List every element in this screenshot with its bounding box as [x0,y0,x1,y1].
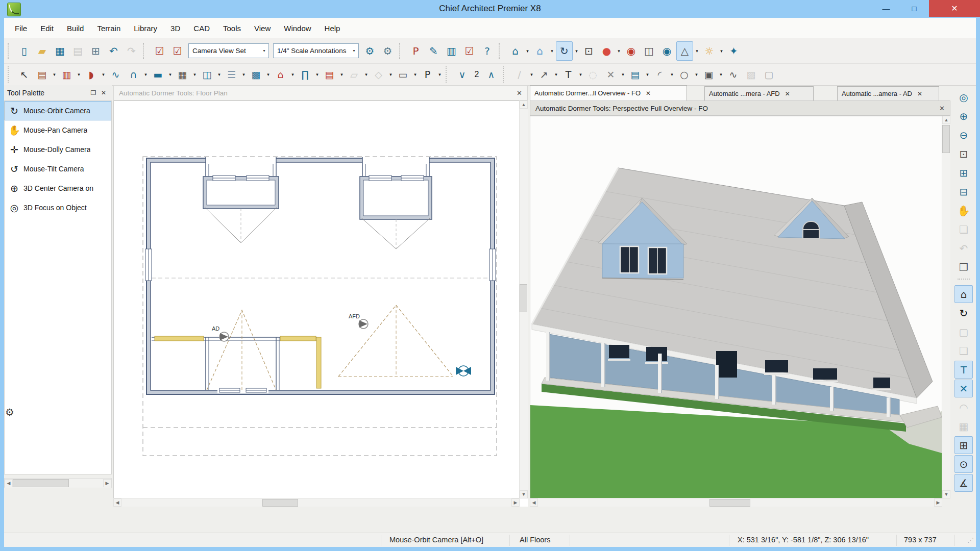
toolbar-lock-icon[interactable]: ☑ [169,41,186,61]
scrollbar-thumb[interactable] [520,284,527,312]
roof-tool-icon[interactable]: ⌂ [272,66,289,84]
float-panel-icon[interactable]: ❐ [88,89,99,96]
electrical-panel-icon[interactable]: ▩ [248,66,264,84]
railing-tool-icon[interactable]: ▥ [58,66,75,84]
redo-icon[interactable]: ↷ [123,41,140,61]
dropdown-arrow-icon[interactable]: ▾ [289,66,296,83]
zoom-icon[interactable]: ◎ [954,88,973,106]
grid-snaps-icon[interactable]: ⊞ [954,436,973,454]
dropdown-arrow-icon[interactable]: ▾ [240,66,247,83]
view-hscrollbar[interactable]: ◀ ▶ [530,498,942,507]
undo-icon[interactable]: ↶ [105,41,122,61]
dropdown-arrow-icon[interactable]: ▾ [412,66,419,83]
scrollbar-thumb[interactable] [709,499,750,507]
outlet-tool-icon[interactable]: ◫ [199,66,215,84]
palette-close-icon[interactable]: ✕ [99,89,109,96]
adjust-lights-icon[interactable]: ✦ [725,41,742,61]
menu-tools[interactable]: Tools [216,18,248,38]
dropdown-arrow-icon[interactable]: ▾ [694,42,700,60]
camera-view-set-select[interactable]: Camera View Set▾ [188,43,269,58]
dollhouse-view-icon[interactable]: ⌂ [531,41,548,61]
scroll-down-icon[interactable]: ▼ [942,490,950,498]
dropdown-arrow-icon[interactable]: ▾ [338,66,345,83]
project-browser-icon[interactable]: ▥ [443,41,460,61]
maximize-button[interactable]: □ [902,0,926,17]
wall-tool-icon[interactable]: ▤ [34,66,51,84]
view-vscrollbar[interactable]: ▲ ▼ [942,116,950,498]
layers-icon[interactable]: ❏ [954,220,973,238]
circle-tool-icon[interactable]: ○ [676,66,693,84]
menu-terrain[interactable]: Terrain [90,18,127,38]
tab-close-icon[interactable]: ✕ [646,90,651,97]
help-icon[interactable]: ? [479,41,496,61]
scroll-right-icon[interactable]: ▶ [511,498,520,507]
tab-1[interactable]: Automatic Dormer...ll Overview - FO✕ [530,85,687,101]
open-plan-icon[interactable]: ▰ [34,41,51,61]
dropdown-arrow-icon[interactable]: ▾ [100,66,107,83]
record-walkthrough-icon[interactable]: ● [598,41,615,61]
menu-help[interactable]: Help [318,18,347,38]
palette-item-mouse-pan-camera[interactable]: ✋Mouse-Pan Camera [5,120,111,140]
dropdown-arrow-icon[interactable]: ▾ [573,42,580,60]
fill-window-building-icon[interactable]: ⊟ [954,183,973,201]
dropdown-arrow-icon[interactable]: ▾ [669,66,675,83]
menu-edit[interactable]: Edit [34,18,60,38]
dropdown-arrow-icon[interactable]: ▾ [616,42,622,60]
grid-display-icon[interactable]: ▦ [954,417,973,435]
blank-sheet-icon[interactable]: ▢ [954,323,973,341]
menu-cad[interactable]: CAD [187,18,216,38]
scroll-left-icon[interactable]: ◀ [5,479,13,487]
plan-hscrollbar[interactable]: ◀ ▶ [113,498,520,507]
zoom-in-icon[interactable]: ⊕ [954,107,973,125]
menu-file[interactable]: File [8,18,34,38]
palette-item-mouse-dolly-camera[interactable]: ✛Mouse-Dolly Camera [5,140,111,159]
active-defaults-icon[interactable]: ⚙ [361,41,378,61]
dropdown-arrow-icon[interactable]: ▾ [620,66,626,83]
minimize-button[interactable]: — [874,0,898,17]
sketch-tool-icon[interactable]: ◌ [584,66,601,84]
framing-overview-icon[interactable]: ▨ [743,66,760,84]
dropdown-arrow-icon[interactable]: ▾ [528,66,535,83]
temp-dimensions-icon[interactable]: T [954,361,973,379]
fill-window-icon[interactable]: ⊞ [954,164,973,182]
exterior-camera-icon[interactable]: ⌂ [507,41,524,61]
dropdown-arrow-icon[interactable]: ▾ [314,66,321,83]
dropdown-arrow-icon[interactable]: ▾ [76,66,82,83]
dropdown-arrow-icon[interactable]: ▾ [216,66,223,83]
road-tool-icon[interactable]: P [419,66,436,84]
pan-window-icon[interactable]: ✋ [954,202,973,219]
menu-library[interactable]: Library [127,18,164,38]
scroll-left-icon[interactable]: ◀ [113,498,121,507]
plan-materials-icon[interactable]: P [407,41,424,61]
new-plan-icon[interactable]: ▯ [16,41,33,61]
dimension-tool-icon[interactable]: ↗ [535,66,552,84]
palette-hscrollbar[interactable]: ◀ ▶ [4,478,112,488]
select-arrow-icon[interactable]: ↖ [16,66,33,84]
scale-annotations-select[interactable]: 1/4" Scale Annotations▾ [273,43,359,58]
dropdown-arrow-icon[interactable]: ▾ [524,42,531,60]
tab-close-icon[interactable]: ✕ [917,90,922,97]
floor-down-icon[interactable]: ∨ [454,66,471,84]
wall-break-icon[interactable]: ∿ [107,66,124,84]
perspective-close-icon[interactable]: ✕ [939,105,945,112]
scrollbar-thumb[interactable] [262,499,298,507]
plan-vscrollbar[interactable]: ▲ ▼ [519,101,528,498]
scroll-right-icon[interactable]: ▶ [103,479,111,487]
schedule-tool-icon[interactable]: ▤ [627,66,644,84]
dropdown-arrow-icon[interactable]: ▾ [693,66,700,83]
menu-window[interactable]: Window [277,18,317,38]
dropdown-arrow-icon[interactable]: ▾ [387,66,394,83]
perspective-frame-icon[interactable]: ⊡ [580,41,597,61]
dropdown-arrow-icon[interactable]: ▾ [549,42,555,60]
menu-view[interactable]: View [248,18,277,38]
dropdown-arrow-icon[interactable]: ▾ [553,66,559,83]
blank-page-icon[interactable]: ▢ [761,66,777,84]
undo-view-icon[interactable]: ↶ [954,239,973,257]
dropdown-arrow-icon[interactable]: ▾ [718,66,724,83]
dropdown-arrow-icon[interactable]: ▾ [363,66,370,83]
arc-tool-icon[interactable]: ◜ [651,66,668,84]
status-floor-label[interactable]: All Floors [520,533,550,547]
menu-build[interactable]: Build [60,18,90,38]
palette-item-mouse-orbit-camera[interactable]: ↻Mouse-Orbit Camera [5,101,111,120]
library-browser-icon[interactable]: ✎ [425,41,442,61]
